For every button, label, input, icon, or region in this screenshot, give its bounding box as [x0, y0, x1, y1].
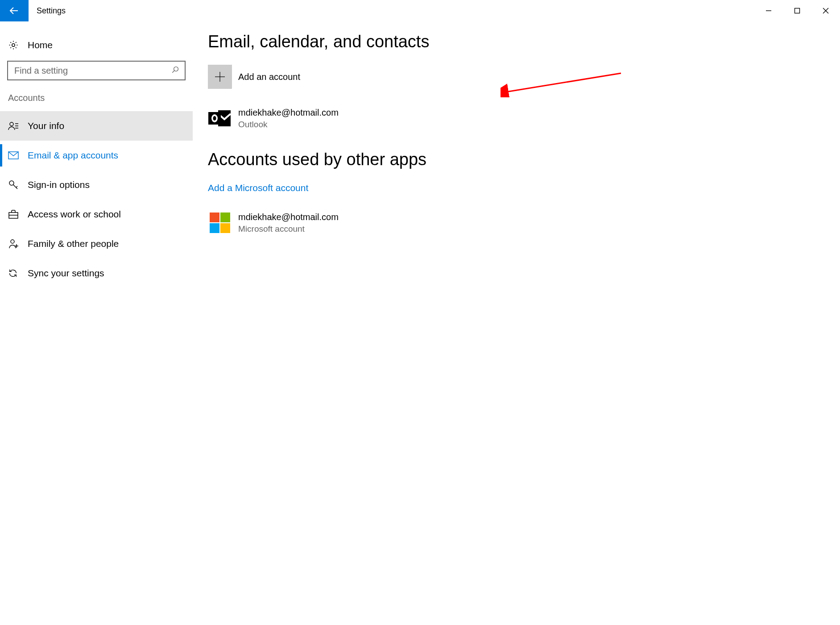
sidebar-section-title: Accounts	[0, 93, 193, 103]
account-email: mdiekhake@hotmail.com	[238, 211, 339, 223]
ms-logo-tile	[210, 212, 219, 222]
ms-logo-tile	[220, 212, 230, 222]
window-controls	[754, 0, 840, 21]
microsoft-account-row[interactable]: mdiekhake@hotmail.com Microsoft account	[208, 211, 840, 235]
section-other-apps-title: Accounts used by other apps	[208, 150, 840, 169]
sidebar-item-label: Sign-in options	[28, 179, 90, 190]
sidebar-item-sign-in-options[interactable]: Sign-in options	[0, 170, 193, 200]
key-icon	[8, 179, 28, 190]
svg-line-15	[16, 186, 17, 188]
sidebar-item-sync-settings[interactable]: Sync your settings	[0, 258, 193, 288]
content-pane: Email, calendar, and contacts Add an acc…	[193, 21, 840, 625]
sidebar-item-access-work-school[interactable]: Access work or school	[0, 200, 193, 229]
section-email-title: Email, calendar, and contacts	[208, 32, 840, 51]
titlebar-spacer[interactable]	[66, 0, 754, 21]
sidebar: Home Accounts Your in	[0, 21, 193, 625]
search-field[interactable]	[13, 65, 171, 76]
sidebar-item-family-people[interactable]: Family & other people	[0, 229, 193, 258]
account-provider: Outlook	[238, 119, 339, 130]
sync-icon	[8, 268, 28, 278]
plus-icon	[208, 65, 232, 89]
microsoft-logo-icon	[208, 212, 232, 233]
sidebar-item-label: Email & app accounts	[28, 150, 118, 161]
window-title: Settings	[29, 0, 66, 21]
add-microsoft-account-link[interactable]: Add a Microsoft account	[208, 183, 308, 193]
minimize-button[interactable]	[754, 0, 783, 21]
back-button[interactable]	[0, 0, 29, 21]
close-button[interactable]	[811, 0, 840, 21]
svg-rect-2	[795, 8, 800, 13]
maximize-button[interactable]	[783, 0, 811, 21]
svg-point-18	[11, 240, 14, 243]
sidebar-item-label: Sync your settings	[28, 268, 104, 279]
titlebar: Settings	[0, 0, 840, 21]
sidebar-item-label: Family & other people	[28, 238, 119, 249]
sidebar-item-label: Your info	[28, 121, 64, 131]
svg-point-5	[12, 44, 15, 46]
outlook-icon	[208, 108, 232, 129]
ms-logo-tile	[220, 223, 230, 233]
sidebar-item-your-info[interactable]: Your info	[0, 111, 193, 141]
add-account-button[interactable]: Add an account	[208, 65, 840, 89]
sidebar-item-email-app-accounts[interactable]: Email & app accounts	[0, 141, 193, 170]
add-account-label: Add an account	[238, 71, 300, 83]
search-input[interactable]	[7, 61, 186, 80]
account-provider: Microsoft account	[238, 223, 339, 235]
account-email: mdiekhake@hotmail.com	[238, 107, 339, 119]
sidebar-home[interactable]: Home	[0, 34, 193, 56]
svg-point-6	[174, 67, 178, 71]
svg-line-7	[172, 71, 174, 73]
ms-logo-tile	[210, 223, 219, 233]
family-icon	[8, 239, 28, 249]
briefcase-icon	[8, 210, 28, 219]
svg-point-8	[10, 122, 13, 126]
sidebar-home-label: Home	[28, 40, 53, 50]
search-icon	[171, 66, 179, 76]
gear-icon	[8, 40, 28, 50]
sidebar-item-label: Access work or school	[28, 209, 121, 220]
person-icon	[8, 121, 28, 130]
email-account-row[interactable]: mdiekhake@hotmail.com Outlook	[208, 107, 840, 130]
mail-icon	[8, 151, 28, 159]
svg-point-26	[213, 116, 216, 121]
